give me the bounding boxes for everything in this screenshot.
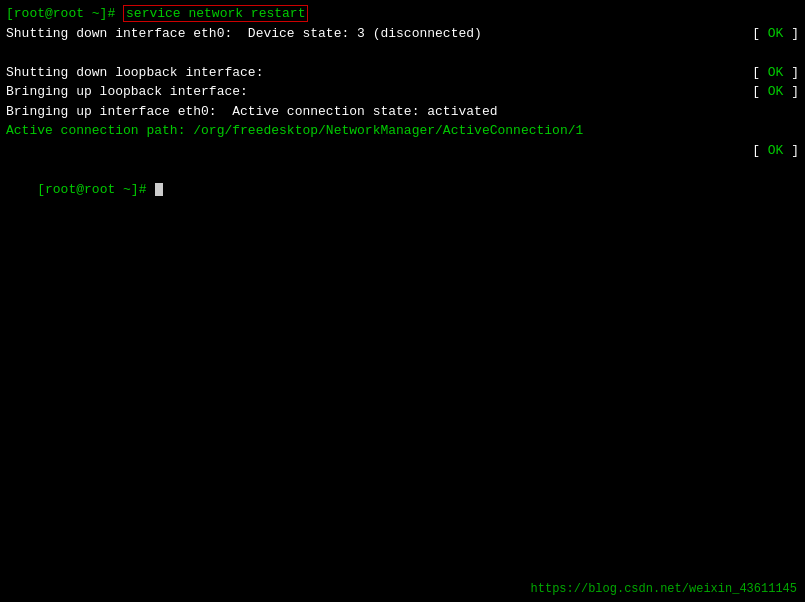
ok-status-1: [ OK ] (674, 24, 799, 44)
line4-text: Shutting down loopback interface: (6, 63, 464, 83)
terminal-line-9: [root@root ~]# (6, 160, 799, 219)
ok-status-2: [ OK ] (464, 63, 799, 83)
cursor-blink (155, 183, 163, 196)
terminal-line-6: Bringing up interface eth0: Active conne… (6, 102, 799, 122)
ok-status-3: [ OK ] (448, 82, 799, 102)
command-highlight: service network restart (123, 5, 308, 22)
final-prompt: [root@root ~]# (37, 182, 154, 197)
terminal-line-5: Bringing up loopback interface: [ OK ] (6, 82, 799, 102)
line5-text: Bringing up loopback interface: (6, 82, 448, 102)
ok-status-4: [ OK ] (151, 141, 799, 161)
terminal-line-2: Shutting down interface eth0: Device sta… (6, 24, 799, 44)
terminal-line-1: [root@root ~]# service network restart (6, 4, 799, 24)
watermark: https://blog.csdn.net/weixin_43611145 (531, 582, 797, 596)
prompt-1: [root@root ~]# (6, 6, 123, 21)
line2-text: Shutting down interface eth0: Device sta… (6, 24, 674, 44)
terminal-line-7: Active connection path: /org/freedesktop… (6, 121, 799, 141)
terminal-line-8: [ OK ] (6, 141, 799, 161)
line7-text: Active connection path: /org/freedesktop… (6, 123, 583, 138)
terminal-line-3 (6, 43, 799, 63)
line6-text: Bringing up interface eth0: Active conne… (6, 104, 497, 119)
terminal-line-4: Shutting down loopback interface: [ OK ] (6, 63, 799, 83)
terminal-window: [root@root ~]# service network restart S… (0, 0, 805, 602)
